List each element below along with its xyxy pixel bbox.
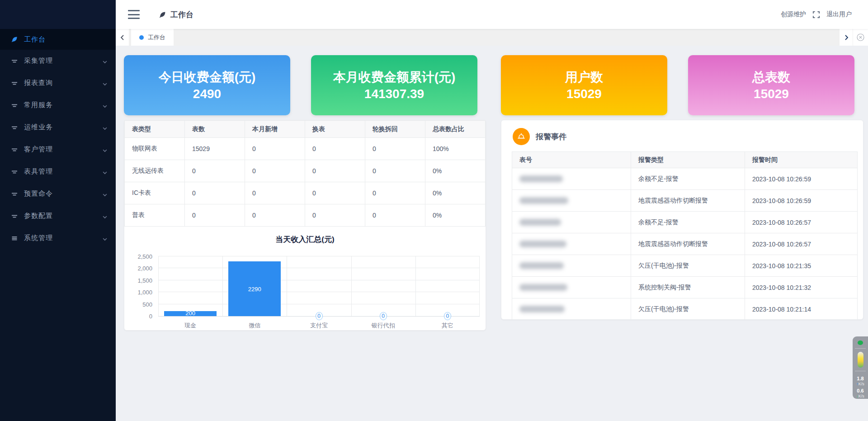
tab-scroll-right-button[interactable] (840, 29, 853, 46)
y-tick-label: 500 (142, 301, 152, 308)
tab-close-button[interactable] (853, 29, 868, 46)
gridline (158, 256, 480, 256)
sidebar-item-preset-command[interactable]: 预置命令 (0, 183, 116, 205)
table-cell: 0 (365, 204, 425, 227)
tab-workbench[interactable]: 工作台 (131, 29, 174, 46)
main-content: 今日收费金额(元)2490本月收费金额累计(元)141307.39 表类型表数本… (116, 46, 868, 421)
alarm-time-cell: 2023-10-08 10:26:57 (745, 233, 858, 255)
sidebar-item-label: 参数配置 (24, 212, 102, 220)
logout-link[interactable]: 退出用户 (826, 10, 852, 19)
table-cell: 100% (425, 138, 485, 160)
stat-card-title: 今日收费金额(元) (159, 69, 256, 85)
alarm-row: 系统控制关阀-报警2023-10-08 10:21:32 (512, 277, 858, 298)
sidebar-item-label: 工作台 (24, 35, 108, 44)
stat-card-0[interactable]: 今日收费金额(元)2490 (124, 55, 290, 115)
sidebar-item-meter-mgmt[interactable]: 表具管理 (0, 161, 116, 183)
alarm-row: 欠压(干电池)-报警2023-10-08 10:21:14 (512, 298, 858, 320)
x-tick-label: 微信 (227, 322, 282, 330)
alarm-type-cell: 系统控制关阀-报警 (631, 277, 745, 298)
column-header: 报警类型 (631, 152, 745, 168)
sidebar-item-ops-business[interactable]: 运维业务 (0, 116, 116, 138)
tab-scroll-left-button[interactable] (116, 29, 129, 46)
gridline (158, 256, 159, 316)
bar-value-label: 2290 (228, 286, 281, 293)
sidebar-item-system-mgmt[interactable]: 系统管理 (0, 227, 116, 249)
lines2-icon (11, 190, 18, 198)
chevron-down-icon (102, 213, 108, 219)
tab-bar: 工作台 (116, 29, 868, 46)
sidebar: 工作台采集管理报表查询常用服务运维业务客户管理表具管理预置命令参数配置系统管理 (0, 0, 116, 421)
table-row: 无线远传表00000% (125, 160, 486, 182)
upload-speed-unit: ↑K/s (856, 382, 864, 387)
table-cell: 0 (365, 160, 425, 182)
alarm-events-panel: 报警事件 表号报警类型报警时间 余额不足-报警2023-10-08 10:26:… (501, 120, 863, 320)
table-row: 普表00000% (125, 204, 486, 227)
lines2-icon (11, 146, 18, 153)
alarm-time-cell: 2023-10-08 10:21:32 (745, 277, 858, 298)
sidebar-item-label: 运维业务 (24, 123, 102, 132)
table-cell: 0 (184, 204, 245, 227)
alarm-type-cell: 欠压(干电池)-报警 (631, 255, 745, 277)
stat-card-value: 141307.39 (364, 85, 424, 102)
column-header: 总表数占比 (425, 121, 485, 138)
sidebar-item-label: 表具管理 (24, 167, 102, 176)
redacted-meter-number (519, 175, 563, 182)
redacted-meter-number (519, 219, 561, 226)
chevron-down-icon (102, 191, 108, 197)
table-cell: 0 (245, 204, 305, 227)
sidebar-item-param-config[interactable]: 参数配置 (0, 205, 116, 227)
top-header: 工作台 创源维护 退出用户 (116, 0, 868, 29)
y-tick-label: 1,000 (137, 289, 152, 296)
stat-card-3[interactable]: 总表数15029 (688, 55, 854, 115)
sidebar-item-common-services[interactable]: 常用服务 (0, 94, 116, 116)
stat-card-title: 用户数 (565, 69, 603, 85)
column-header: 报警时间 (745, 152, 858, 168)
alarm-type-cell: 地震震感器动作切断报警 (631, 190, 745, 212)
alarm-type-cell: 地震震感器动作切断报警 (631, 233, 745, 255)
chevron-down-icon (102, 58, 108, 64)
alarm-row: 欠压(干电池)-报警2023-10-08 10:21:35 (512, 255, 858, 277)
column-header: 表号 (512, 152, 631, 168)
gridline (351, 256, 352, 316)
x-tick-label: 支付宝 (292, 322, 346, 330)
lines2-icon (11, 213, 18, 220)
table-cell: 0 (365, 182, 425, 204)
chevron-down-icon (102, 147, 108, 152)
sidebar-item-collection-mgmt[interactable]: 采集管理 (0, 50, 116, 72)
stat-card-1[interactable]: 本月收费金额累计(元)141307.39 (311, 55, 477, 115)
sidebar-item-workbench[interactable]: 工作台 (0, 29, 116, 50)
income-bar-chart: 05001,0001,5002,0002,500 2002290000 现金微信… (124, 246, 486, 329)
column-header: 表类型 (125, 121, 185, 138)
y-tick-label: 2,000 (137, 265, 152, 272)
stat-cards-left: 今日收费金额(元)2490本月收费金额累计(元)141307.39 (124, 55, 486, 115)
meter-number-cell (512, 277, 631, 298)
alarm-type-cell: 余额不足-报警 (631, 212, 745, 233)
sidebar-item-label: 客户管理 (24, 145, 102, 154)
menu-toggle-icon[interactable] (128, 10, 140, 19)
sidebar-item-customer-mgmt[interactable]: 客户管理 (0, 138, 116, 161)
sidebar-item-report-query[interactable]: 报表查询 (0, 72, 116, 94)
maintenance-link[interactable]: 创源维护 (781, 10, 806, 19)
alarm-row: 地震震感器动作切断报警2023-10-08 10:26:57 (512, 233, 858, 255)
chart-y-axis: 05001,0001,5002,0002,500 (124, 256, 152, 317)
alarm-time-cell: 2023-10-08 10:21:14 (745, 298, 858, 320)
table-cell: 0 (305, 160, 365, 182)
alarm-row: 余额不足-报警2023-10-08 10:26:57 (512, 212, 858, 233)
table-row: IC卡表00000% (125, 182, 486, 204)
fullscreen-icon[interactable] (812, 11, 820, 19)
page-title: 工作台 (170, 9, 193, 20)
gridline (158, 292, 480, 292)
alarm-type-cell: 余额不足-报警 (631, 168, 745, 190)
table-cell: 0 (245, 182, 305, 204)
network-speed-widget[interactable]: 1.8 ↑K/s 0.6 ↓K/s (853, 336, 868, 399)
tab-active-dot-icon (139, 35, 144, 40)
stat-card-2[interactable]: 用户数15029 (501, 55, 667, 115)
column-header: 本月新增 (245, 121, 305, 138)
lines2-icon (11, 80, 18, 87)
chevron-down-icon (102, 80, 108, 86)
table-cell: 0% (425, 204, 485, 227)
alarm-row: 地震震感器动作切断报警2023-10-08 10:26:59 (512, 190, 858, 212)
upload-speed-value: 1.8 (857, 376, 863, 382)
stat-card-value: 2490 (193, 85, 221, 102)
gridline (158, 304, 480, 304)
